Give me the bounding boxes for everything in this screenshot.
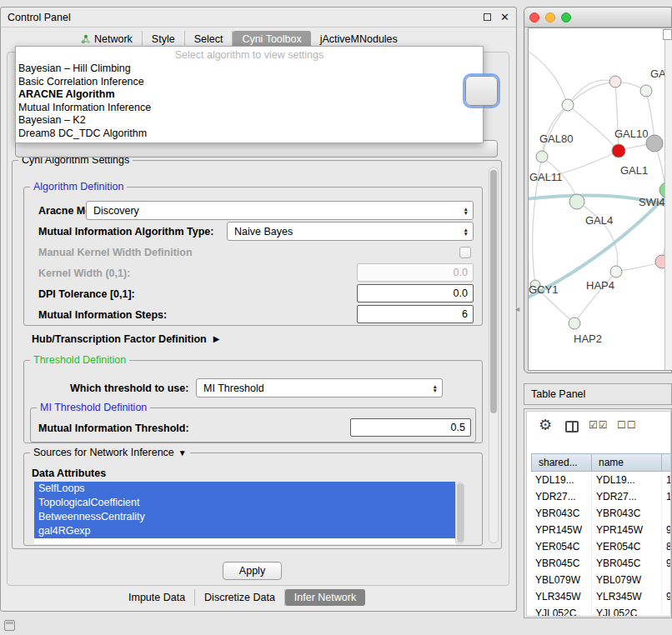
window-title: Control Panel — [8, 12, 71, 23]
which-threshold-label: Which threshold to use: — [70, 382, 188, 394]
focused-toolbar-button[interactable] — [465, 76, 498, 106]
table-row[interactable]: YDR27...YDR27...12 — [531, 488, 671, 505]
select-all-rows-icon[interactable]: ☑☑ — [589, 419, 609, 431]
column-header-shared[interactable]: shared... — [531, 453, 592, 472]
network-edge[interactable] — [615, 82, 619, 151]
dropdown-prompt: Select algorithm to view settings — [16, 48, 483, 62]
attribute-item-gal4rgexp[interactable]: gal4RGexp — [34, 524, 455, 538]
tab-style[interactable]: Style — [143, 31, 185, 48]
table-row[interactable]: YLR345WYLR345W9. — [531, 588, 671, 605]
which-threshold-combobox[interactable]: MI Threshold ▲▼ — [196, 378, 443, 398]
algorithm-option-basic-correlation-inference[interactable]: Basic Correlation Inference — [16, 76, 483, 89]
dpi-tolerance-input[interactable] — [357, 284, 474, 302]
tab-network[interactable]: Network — [72, 31, 143, 48]
network-edge[interactable] — [568, 105, 619, 151]
table-settings-gear-icon[interactable]: ⚙ — [539, 416, 552, 434]
network-node[interactable] — [610, 266, 622, 278]
network-node[interactable] — [562, 99, 574, 111]
apply-button[interactable]: Apply — [223, 562, 282, 580]
network-node[interactable] — [612, 144, 625, 158]
network-scrollbar[interactable] — [664, 28, 672, 370]
network-edge[interactable] — [577, 202, 618, 272]
network-canvas[interactable]: GAL7GAL80GAL10GAL11GAL1SWI4GAL4GCY1HAP4H… — [528, 28, 672, 371]
network-node[interactable] — [646, 135, 663, 152]
table-row[interactable]: YBR043CYBR043C — [531, 505, 671, 522]
network-edge[interactable] — [542, 82, 646, 157]
algorithm-option-bayesian-k2[interactable]: Bayesian – K2 — [16, 114, 483, 128]
table-cell: YDR27... — [592, 488, 662, 505]
table-row[interactable]: YJL052CYJL052C — [531, 605, 671, 617]
table-row[interactable]: YER054CYER054C8. — [531, 538, 671, 555]
tab-label: Cyni Toolbox — [242, 33, 301, 45]
splitter-handle-icon[interactable]: ◄ — [514, 305, 521, 313]
kernel-width-input[interactable] — [357, 263, 474, 282]
attribute-item-topologicalcoefficient[interactable]: TopologicalCoefficient — [34, 496, 455, 510]
tab-label: Impute Data — [128, 592, 185, 603]
deselect-all-rows-icon[interactable]: ☐☐ — [617, 419, 637, 431]
aracne-mode-combobox[interactable]: Discovery ▲▼ — [86, 201, 474, 220]
scrollbar-thumb[interactable] — [490, 170, 497, 413]
network-graph[interactable]: GAL7GAL80GAL10GAL11GAL1SWI4GAL4GCY1HAP4H… — [529, 28, 672, 370]
table-cell: YDR27... — [531, 488, 592, 505]
kernel-width-label: Kernel Width (0,1): — [38, 268, 130, 279]
table-cell — [662, 505, 671, 522]
attribute-item-selfloops[interactable]: SelfLoops — [34, 482, 455, 496]
updown-arrows-icon: ▲▼ — [464, 228, 469, 236]
column-header-name[interactable]: name — [592, 453, 662, 472]
close-icon[interactable]: ✕ — [500, 12, 509, 22]
table-cell: YLR345W — [592, 588, 662, 605]
network-node[interactable] — [569, 318, 580, 329]
scrollbar-widget[interactable] — [663, 29, 672, 40]
bottom-tab-discretize-data[interactable]: Discretize Data — [195, 589, 285, 606]
settings-scrollbar[interactable] — [489, 167, 499, 543]
hub-definition-toggle[interactable]: Hub/Transcription Factor Definition▶ — [32, 333, 219, 345]
network-node[interactable] — [640, 85, 652, 97]
algorithm-option-aracne-algorithm[interactable]: ARACNE Algorithm — [16, 88, 483, 102]
network-edge[interactable] — [529, 51, 568, 105]
network-edge[interactable] — [542, 105, 568, 157]
bottom-tab-infer-network[interactable]: Infer Network — [285, 589, 365, 606]
table-cell: YBL079W — [531, 572, 592, 588]
table-cell: 12 — [662, 488, 671, 505]
float-window-icon[interactable] — [484, 13, 491, 21]
tab-cyni-toolbox[interactable]: Cyni Toolbox — [233, 31, 310, 48]
algorithm-option-bayesian-hill-climbing[interactable]: Bayesian – Hill Climbing — [16, 62, 483, 76]
restore-panel-icon[interactable] — [4, 620, 15, 631]
tab-label: Discretize Data — [204, 592, 275, 603]
column-header-col-2[interactable] — [662, 453, 671, 472]
table-cell: YDL19... — [531, 472, 592, 488]
table-row[interactable]: YBR045CYBR045C9. — [531, 555, 671, 572]
network-edge[interactable] — [568, 80, 615, 105]
tab-select[interactable]: Select — [185, 31, 233, 48]
algorithm-option-mutual-information-inference[interactable]: Mutual Information Inference — [16, 102, 483, 115]
tab-jactivemnodules[interactable]: jActiveMNodules — [311, 31, 407, 48]
table-row[interactable]: YDL19...YDL19...13 — [531, 472, 671, 488]
group-title: Algorithm Definition — [30, 181, 127, 192]
mi-type-combobox[interactable]: Naive Bayes ▲▼ — [227, 222, 474, 241]
minimize-traffic-light-icon[interactable] — [545, 12, 555, 22]
sources-toggle[interactable]: Sources for Network Inference▼ — [30, 447, 190, 458]
manual-kernel-checkbox[interactable] — [459, 247, 471, 258]
table-cell: 9. — [662, 588, 671, 605]
network-node[interactable] — [609, 76, 621, 88]
network-node[interactable] — [536, 151, 548, 162]
collapse-arrow-icon[interactable]: ▼ — [178, 448, 187, 458]
expand-arrow-icon[interactable]: ▶ — [213, 334, 220, 343]
mi-threshold-label: Mutual Information Threshold: — [38, 422, 189, 434]
updown-arrows-icon: ▲▼ — [464, 207, 469, 215]
mi-steps-input[interactable] — [357, 305, 474, 323]
bottom-tab-impute-data[interactable]: Impute Data — [119, 589, 195, 606]
scrollbar-thumb[interactable] — [457, 483, 464, 542]
column-selector-icon[interactable] — [565, 421, 579, 432]
attributes-scrollbar[interactable] — [455, 482, 464, 544]
combo-value: Discovery — [93, 205, 139, 217]
network-node[interactable] — [569, 194, 584, 209]
table-row[interactable]: YBL079WYBL079W — [531, 572, 671, 588]
close-traffic-light-icon[interactable] — [529, 12, 539, 22]
node-label: GAL1 — [620, 164, 648, 177]
zoom-traffic-light-icon[interactable] — [561, 12, 571, 22]
attribute-item-betweennesscentrality[interactable]: BetweennessCentrality — [34, 510, 455, 524]
table-row[interactable]: YPR145WYPR145W9. — [531, 522, 671, 538]
algorithm-option-dream8-dc-tdc-algorithm[interactable]: Dream8 DC_TDC Algorithm — [16, 128, 483, 141]
mi-threshold-input[interactable] — [350, 418, 471, 437]
